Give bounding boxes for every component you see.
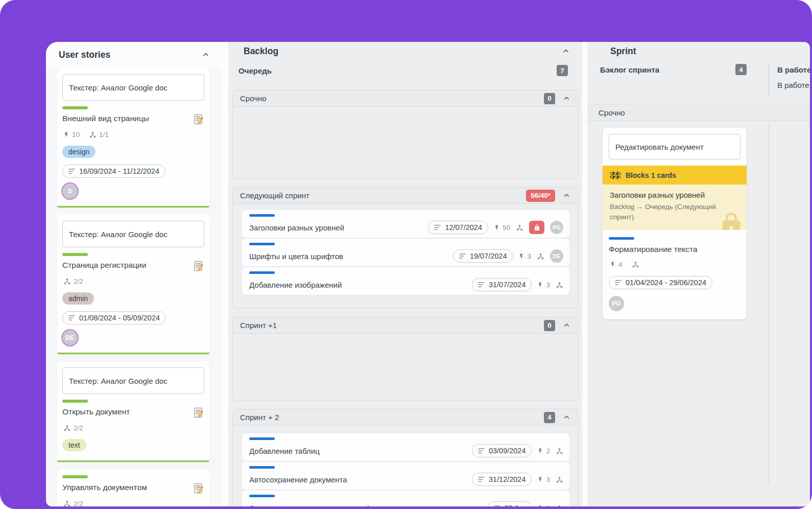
section-urgent: Срочно 0 xyxy=(232,90,578,179)
date-pill: 31/12/2024 xyxy=(472,473,532,486)
section-body-empty xyxy=(233,334,578,400)
story-points: 50 xyxy=(494,224,510,232)
user-stories-list: Текстер: Аналог Google doc Внешний вид с… xyxy=(46,67,221,506)
progress-bar xyxy=(249,214,275,217)
story-card[interactable]: Текстер: Аналог Google doc Открыть докум… xyxy=(57,361,209,462)
blocking-card-title: Заголовки разных уровней xyxy=(610,191,739,199)
sprint-backlog-count-badge: 4 xyxy=(735,64,747,75)
column-user-stories: User stories Текстер: Аналог Google doc … xyxy=(46,42,221,506)
dates-pill: 16/09/2024 - 11/12/2024 xyxy=(62,165,165,178)
story-points: 3 xyxy=(537,476,550,483)
story-card[interactable]: Управлять документом 2/2 xyxy=(57,469,209,506)
subtasks-icon xyxy=(632,261,639,268)
blocks-banner-label: Blocks 1 cards xyxy=(626,171,676,179)
story-points: 2 xyxy=(537,447,550,455)
date-pill: 19/07/2024 xyxy=(453,249,513,263)
blocked-by-section: Заголовки разных уровней Backlog → Очере… xyxy=(603,184,747,230)
avatar: S xyxy=(62,183,78,199)
date-pill: 31/07/2024 xyxy=(472,278,532,291)
card-title: Форматирование текста xyxy=(609,245,741,254)
sprint-lane-content: Редактировать документ xyxy=(587,121,810,488)
subtasks-count: 1/1 xyxy=(89,131,109,138)
subtasks-icon xyxy=(537,252,544,260)
card-title: Страница регистрации xyxy=(62,260,193,270)
queue-label: Очередь xyxy=(238,66,557,75)
sprint-card[interactable]: Редактировать документ xyxy=(603,128,747,319)
progress-bar xyxy=(249,437,275,440)
sprint-lane-urgent[interactable]: Срочно xyxy=(587,104,810,121)
column-sprint: Sprint Бэклог спринта 4 В работе В работ… xyxy=(587,42,810,506)
tag-admin: admin xyxy=(62,292,94,305)
description-icon xyxy=(193,482,204,494)
column-backlog: Backlog Очередь 7 Срочно 0 xyxy=(228,42,582,506)
avatar: PG xyxy=(550,221,563,234)
progress-bar xyxy=(249,466,275,469)
progress-bar xyxy=(249,243,275,245)
tag-design: design xyxy=(62,146,95,158)
user-stories-title: User stories xyxy=(59,50,201,60)
parent-card-link[interactable]: Редактировать документ xyxy=(609,134,741,159)
section-count-badge: 4 xyxy=(544,412,555,423)
backlog-card-row[interactable]: Шрифты и цвета шрифтов 19/07/2024 3 xyxy=(242,239,569,266)
parent-card-link[interactable]: Текстер: Аналог Google doc xyxy=(62,74,204,101)
lock-watermark-icon xyxy=(718,212,745,230)
collapse-section-icon[interactable] xyxy=(561,191,571,201)
section-header[interactable]: Спринт + 2 4 xyxy=(233,409,578,426)
story-points: 3 xyxy=(537,504,550,507)
avatar: PG xyxy=(609,296,624,311)
user-stories-header: User stories xyxy=(46,42,221,67)
collapse-backlog-icon[interactable] xyxy=(561,46,571,56)
sprint-subcolumns: Бэклог спринта 4 В работе В работе xyxy=(587,60,810,104)
section-header[interactable]: Следующий спринт 56/40* xyxy=(233,188,578,204)
barrier-icon xyxy=(610,170,621,180)
description-icon xyxy=(193,407,204,419)
backlog-card-row[interactable]: Заголовки разных уровней 12/07/2024 50 xyxy=(242,210,569,238)
section-count-badge: 0 xyxy=(544,93,555,104)
description-icon xyxy=(193,113,204,125)
parent-card-link[interactable]: Текстер: Аналог Google doc xyxy=(62,367,204,394)
story-card[interactable]: Текстер: Аналог Google doc Внешний вид с… xyxy=(57,68,209,207)
subcolumn-divider xyxy=(769,125,769,483)
in-progress-sublabel: В работе xyxy=(777,81,809,89)
card-title: Открыть документ xyxy=(62,407,193,417)
subcolumn-divider xyxy=(769,63,769,96)
section-body-empty xyxy=(233,107,578,178)
section-sprint-plus1: Спринт +1 0 xyxy=(232,317,578,401)
blocks-banner: Blocks 1 cards xyxy=(603,166,747,184)
sprint-header: Sprint xyxy=(587,42,810,60)
story-points: 3 xyxy=(537,281,550,289)
collapse-section-icon[interactable] xyxy=(561,412,571,423)
card-title: Управлять документом xyxy=(62,482,193,493)
queue-row: Очередь 7 xyxy=(228,60,582,81)
subtasks-icon xyxy=(516,224,523,232)
section-header[interactable]: Спринт +1 0 xyxy=(233,317,578,334)
progress-bar xyxy=(249,271,275,274)
section-sprint-plus2: Спринт + 2 4 Добавление таблиц xyxy=(232,409,578,506)
date-pill: 12/07/2024 xyxy=(428,221,488,234)
collapse-section-icon[interactable] xyxy=(561,320,571,331)
progress-bar xyxy=(62,106,88,109)
subtasks-icon xyxy=(556,504,563,507)
queue-count-badge: 7 xyxy=(557,65,568,76)
subtasks-icon xyxy=(556,476,563,483)
story-points: 3 xyxy=(518,252,531,260)
section-next-sprint: Следующий спринт 56/40* Заголовки ра xyxy=(232,187,578,309)
story-points: 10 xyxy=(63,131,80,138)
backlog-sections: Срочно 0 Следующий спринт xyxy=(228,81,582,506)
collapse-section-icon[interactable] xyxy=(561,94,571,104)
dates-pill: 01/04/2024 - 29/06/2024 xyxy=(609,276,712,289)
capacity-badge: 56/40* xyxy=(526,190,555,202)
story-card[interactable]: Текстер: Аналог Google doc Страница реги… xyxy=(57,215,209,354)
backlog-card-row[interactable]: Скачивание документов разных форматах 30… xyxy=(242,491,569,506)
section-header[interactable]: Срочно 0 xyxy=(233,90,578,107)
progress-bar xyxy=(62,475,88,478)
purple-background: User stories Текстер: Аналог Google doc … xyxy=(0,0,812,509)
backlog-card-row[interactable]: Автосохранение документа 31/12/2024 3 xyxy=(242,462,569,490)
dates-pill: 01/08/2024 - 05/09/2024 xyxy=(62,311,166,325)
backlog-card-row[interactable]: Добавление изображений 31/07/2024 3 xyxy=(242,267,569,295)
parent-card-link[interactable]: Текстер: Аналог Google doc xyxy=(62,221,204,247)
collapse-user-stories-icon[interactable] xyxy=(201,50,211,60)
backlog-card-row[interactable]: Добавление таблиц 03/09/2024 2 xyxy=(242,433,569,461)
date-pill: 30 Apr xyxy=(488,501,532,506)
progress-bar xyxy=(249,495,275,497)
